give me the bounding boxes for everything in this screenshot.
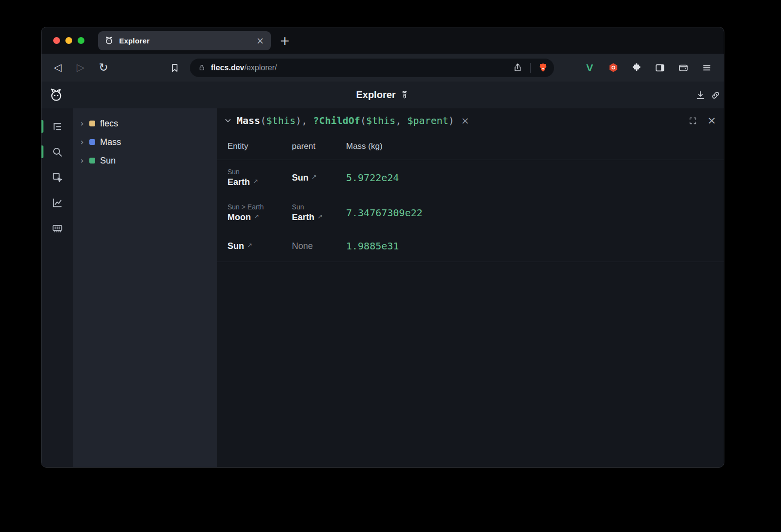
entity-link[interactable]: Moon ↗ bbox=[227, 212, 292, 223]
entity-tree-panel: › flecs › Mass › Sun bbox=[73, 108, 217, 467]
share-button[interactable] bbox=[513, 62, 523, 73]
entity-name: Moon bbox=[227, 212, 251, 223]
collapse-chevron-button[interactable] bbox=[222, 116, 234, 125]
results-table-header: Entity parent Mass (kg) bbox=[217, 133, 724, 160]
memory-button[interactable] bbox=[44, 215, 70, 241]
query-token: $this bbox=[266, 115, 295, 126]
tree-item-label[interactable]: flecs bbox=[100, 119, 118, 129]
query-panel-actions: × bbox=[687, 115, 717, 126]
chevron-right-icon[interactable]: › bbox=[79, 138, 85, 146]
hamburger-menu-icon bbox=[701, 62, 712, 73]
entity-name: Sun bbox=[227, 241, 244, 251]
parent-none: None bbox=[292, 241, 313, 251]
close-panel-icon[interactable]: × bbox=[706, 115, 717, 126]
wallet-button[interactable] bbox=[677, 61, 690, 74]
entity-cell: Sun > Earth Moon ↗ bbox=[227, 203, 292, 223]
tree-item-mass[interactable]: › Mass bbox=[73, 133, 217, 151]
entity-link[interactable]: Sun ↗ bbox=[227, 241, 292, 251]
share-icon bbox=[513, 62, 523, 73]
inspector-button[interactable] bbox=[44, 164, 70, 190]
link-icon bbox=[710, 90, 721, 101]
query-token: $this bbox=[366, 115, 395, 126]
parent-path: Sun bbox=[292, 203, 346, 211]
tree-item-label[interactable]: Sun bbox=[100, 156, 116, 166]
entity-link[interactable]: Earth ↗ bbox=[227, 177, 292, 187]
statistics-button[interactable] bbox=[44, 190, 70, 215]
fullscreen-icon bbox=[688, 116, 698, 125]
divider bbox=[530, 63, 531, 73]
extension-icons: V bbox=[583, 61, 716, 74]
vue-devtools-button[interactable]: V bbox=[583, 61, 596, 74]
parent-link[interactable]: Earth ↗ bbox=[292, 212, 346, 223]
external-link-icon: ↗ bbox=[311, 173, 317, 181]
menu-button[interactable] bbox=[700, 61, 713, 74]
entity-color-swatch bbox=[89, 121, 95, 126]
share-link-button[interactable] bbox=[710, 90, 721, 101]
tab-strip: Explorer × + bbox=[41, 27, 724, 54]
results-table-body: Sun Earth ↗ Sun ↗ 5.9722e24 bbox=[217, 160, 724, 262]
parent-link[interactable]: Sun ↗ bbox=[292, 173, 346, 183]
extension-hexagon-button[interactable] bbox=[607, 61, 619, 74]
bookmark-button[interactable] bbox=[166, 60, 183, 76]
search-icon bbox=[51, 146, 63, 158]
column-header-mass: Mass (kg) bbox=[346, 142, 724, 151]
lock-icon bbox=[198, 63, 206, 72]
external-link-icon: ↗ bbox=[317, 213, 323, 220]
extensions-button[interactable] bbox=[630, 61, 643, 74]
vue-icon: V bbox=[586, 62, 593, 73]
download-icon bbox=[695, 90, 706, 101]
zoom-window-button[interactable] bbox=[78, 37, 84, 44]
chevron-right-icon[interactable]: › bbox=[79, 156, 85, 165]
puzzle-icon bbox=[631, 62, 642, 73]
brave-shields-button[interactable] bbox=[538, 62, 548, 73]
query-token: ), bbox=[295, 115, 313, 126]
tree-item-sun[interactable]: › Sun bbox=[73, 151, 217, 170]
tab-title: Explorer bbox=[119, 37, 255, 45]
close-window-button[interactable] bbox=[53, 37, 60, 44]
minimize-window-button[interactable] bbox=[65, 37, 72, 44]
clear-query-icon[interactable]: × bbox=[461, 116, 470, 125]
main-content: › flecs › Mass › Sun bbox=[41, 108, 724, 467]
page-title-group: Explorer bbox=[356, 89, 409, 101]
sidebar-toggle-button[interactable] bbox=[654, 61, 666, 74]
tab-close-icon[interactable]: × bbox=[255, 36, 265, 45]
expand-panel-button[interactable] bbox=[687, 115, 698, 126]
flecs-favicon bbox=[104, 36, 114, 45]
window-controls bbox=[41, 37, 92, 44]
header-actions bbox=[695, 90, 724, 101]
query-panel: Mass($this), ?ChildOf($this, $parent) × … bbox=[217, 108, 724, 467]
query-search-button[interactable] bbox=[44, 139, 70, 164]
chevron-right-icon[interactable]: › bbox=[79, 119, 85, 128]
query-token: ) bbox=[449, 115, 454, 126]
new-tab-button[interactable]: + bbox=[280, 35, 290, 47]
connection-remote-icon bbox=[400, 90, 410, 100]
reload-button[interactable]: ↻ bbox=[95, 60, 112, 76]
back-button[interactable]: ◁ bbox=[49, 60, 66, 76]
flecs-logo[interactable] bbox=[48, 87, 64, 103]
chevron-down-icon bbox=[223, 116, 233, 125]
entity-path: Sun bbox=[227, 168, 292, 176]
forward-button[interactable]: ▷ bbox=[72, 60, 89, 76]
entity-cell: Sun ↗ bbox=[227, 241, 292, 251]
bookmark-icon bbox=[169, 62, 180, 73]
download-button[interactable] bbox=[695, 90, 706, 101]
column-header-parent: parent bbox=[292, 142, 346, 151]
mass-value: 7.34767309e22 bbox=[346, 207, 423, 219]
table-row: Sun > Earth Moon ↗ Sun Earth ↗ bbox=[217, 195, 724, 230]
brave-lion-icon bbox=[538, 62, 548, 73]
url-path: /explorer/ bbox=[244, 63, 277, 72]
tree-item-flecs[interactable]: › flecs bbox=[73, 114, 217, 133]
back-icon: ◁ bbox=[54, 62, 62, 73]
tree-item-label[interactable]: Mass bbox=[100, 137, 121, 147]
query-token: , bbox=[395, 115, 407, 126]
entity-tree-button[interactable] bbox=[44, 114, 70, 139]
query-token: Mass bbox=[237, 115, 260, 126]
query-expression-input[interactable]: Mass($this), ?ChildOf($this, $parent) bbox=[237, 115, 454, 126]
url-domain: flecs.dev bbox=[211, 63, 244, 72]
column-header-entity: Entity bbox=[227, 142, 292, 151]
table-row: Sun Earth ↗ Sun ↗ 5.9722e24 bbox=[217, 160, 724, 195]
tab-explorer[interactable]: Explorer × bbox=[98, 31, 271, 50]
entity-color-swatch bbox=[89, 158, 95, 164]
mass-value: 1.9885e31 bbox=[346, 240, 399, 252]
address-bar[interactable]: flecs.dev/explorer/ bbox=[190, 59, 554, 77]
